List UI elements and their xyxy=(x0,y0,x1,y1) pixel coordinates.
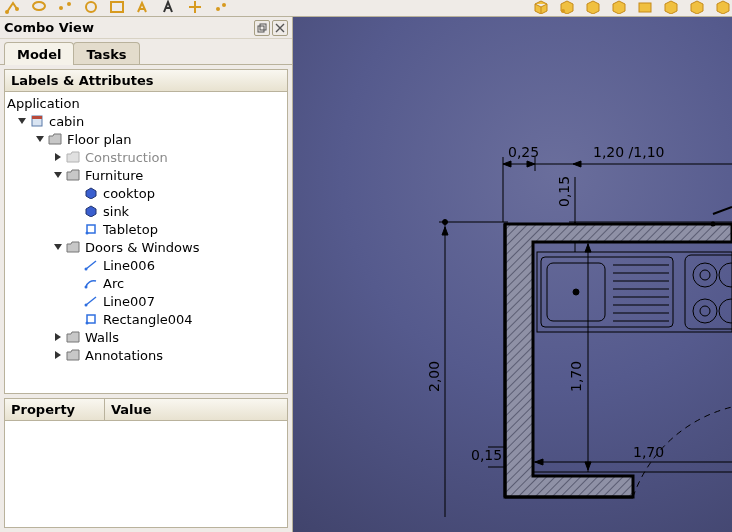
tool-box-icon-3[interactable] xyxy=(584,0,602,14)
svg-rect-9 xyxy=(639,3,651,12)
svg-point-8 xyxy=(561,9,565,13)
svg-rect-13 xyxy=(32,116,42,119)
tree-line006[interactable]: Line006 xyxy=(5,256,287,274)
property-header: Property Value xyxy=(5,399,287,421)
tool-text-icon[interactable] xyxy=(160,0,178,14)
3d-viewport[interactable]: 0,25 1,20 /1,10 0,15 xyxy=(293,17,732,532)
tool-box-icon-1[interactable] xyxy=(532,0,550,14)
tree-label: Rectangle004 xyxy=(103,312,193,327)
svg-rect-21 xyxy=(87,315,95,323)
svg-line-19 xyxy=(86,297,96,305)
tree-walls[interactable]: Walls xyxy=(5,328,287,346)
svg-point-4 xyxy=(67,2,71,6)
tool-icon-1[interactable] xyxy=(4,0,22,14)
tool-icon-8[interactable] xyxy=(186,0,204,14)
twisty-closed-icon[interactable] xyxy=(51,150,65,164)
floorplan-drawing: 0,25 1,20 /1,10 0,15 xyxy=(293,17,732,532)
tree-sink[interactable]: sink xyxy=(5,202,287,220)
solid-icon xyxy=(83,185,99,201)
main-toolbar xyxy=(0,0,732,17)
tool-icon-5[interactable] xyxy=(108,0,126,14)
tree-doc-cabin[interactable]: cabin xyxy=(5,112,287,130)
property-col-property[interactable]: Property xyxy=(5,399,105,420)
tree-tabletop[interactable]: Tabletop xyxy=(5,220,287,238)
dim-top-left: 0,25 xyxy=(508,144,539,160)
tree-application[interactable]: Application xyxy=(5,94,287,112)
property-panel: Property Value xyxy=(4,398,288,528)
solid-icon xyxy=(83,203,99,219)
tree-label: Tabletop xyxy=(103,222,158,237)
dock-header: Combo View xyxy=(0,17,292,39)
tree-label: Arc xyxy=(103,276,124,291)
tool-box-icon-4[interactable] xyxy=(610,0,628,14)
draft-icon xyxy=(83,221,99,237)
dock-close-button[interactable] xyxy=(272,20,288,36)
tree-arc[interactable]: Arc xyxy=(5,274,287,292)
tree-label: Floor plan xyxy=(67,132,132,147)
tool-icon-4[interactable] xyxy=(82,0,100,14)
tree-construction[interactable]: Construction xyxy=(5,148,287,166)
dim-bottom-horiz: 1,70 xyxy=(633,444,664,460)
tree-annotations[interactable]: Annotations xyxy=(5,346,287,364)
svg-point-15 xyxy=(86,232,89,235)
tree-furniture[interactable]: Furniture xyxy=(5,166,287,184)
tree-doors-windows[interactable]: Doors & Windows xyxy=(5,238,287,256)
tool-icon-6[interactable] xyxy=(134,0,152,14)
twisty-open-icon[interactable] xyxy=(51,168,65,182)
tree-label: Furniture xyxy=(85,168,143,183)
svg-point-3 xyxy=(59,6,63,10)
twisty-open-icon[interactable] xyxy=(51,240,65,254)
combo-view-panel: Combo View Model Tasks Labels & Attribut… xyxy=(0,17,293,532)
tool-box-icon-5[interactable] xyxy=(636,0,654,14)
svg-point-22 xyxy=(86,322,89,325)
svg-rect-10 xyxy=(258,26,264,32)
svg-line-16 xyxy=(86,261,96,269)
draft-icon xyxy=(83,311,99,327)
svg-rect-56 xyxy=(685,255,732,329)
property-col-value[interactable]: Value xyxy=(105,399,287,420)
svg-rect-45 xyxy=(541,257,673,327)
tool-box-icon-7[interactable] xyxy=(688,0,706,14)
svg-point-60 xyxy=(693,299,717,323)
tool-box-icon-8[interactable] xyxy=(714,0,732,14)
folder-icon xyxy=(65,329,81,345)
svg-point-18 xyxy=(85,286,88,289)
svg-point-1 xyxy=(15,7,19,11)
svg-point-33 xyxy=(443,220,448,225)
dim-left-outer: 2,00 xyxy=(426,361,442,392)
svg-point-61 xyxy=(700,306,710,316)
svg-point-5 xyxy=(86,2,96,12)
folder-icon xyxy=(47,131,63,147)
tab-tasks[interactable]: Tasks xyxy=(73,42,139,65)
twisty-open-icon[interactable] xyxy=(33,132,47,146)
twisty-closed-icon[interactable] xyxy=(51,348,65,362)
dock-float-button[interactable] xyxy=(254,20,270,36)
svg-point-7 xyxy=(222,3,226,7)
folder-icon xyxy=(65,167,81,183)
dim-mid-vert: 1,70 xyxy=(568,361,584,392)
svg-rect-44 xyxy=(537,252,732,332)
twisty-open-icon[interactable] xyxy=(15,114,29,128)
tool-icon-9[interactable] xyxy=(212,0,230,14)
tool-box-icon-6[interactable] xyxy=(662,0,680,14)
tree-header: Labels & Attributes xyxy=(5,70,287,92)
tool-box-icon-2[interactable] xyxy=(558,0,576,14)
tree-label: sink xyxy=(103,204,129,219)
tree-line007[interactable]: Line007 xyxy=(5,292,287,310)
tree-cooktop[interactable]: cooktop xyxy=(5,184,287,202)
twisty-closed-icon[interactable] xyxy=(51,330,65,344)
tool-icon-2[interactable] xyxy=(30,0,48,14)
tab-model[interactable]: Model xyxy=(4,42,74,65)
svg-line-64 xyxy=(713,207,732,214)
folder-icon xyxy=(65,239,81,255)
tree-label: cabin xyxy=(49,114,84,129)
svg-point-58 xyxy=(700,270,710,280)
tree-body[interactable]: Application cabin Floor plan xyxy=(5,92,287,393)
tree-label: Construction xyxy=(85,150,168,165)
svg-point-2 xyxy=(33,2,45,10)
tree-floorplan[interactable]: Floor plan xyxy=(5,130,287,148)
tool-icon-3[interactable] xyxy=(56,0,74,14)
folder-icon xyxy=(65,347,81,363)
tree-rectangle004[interactable]: Rectangle004 xyxy=(5,310,287,328)
property-body[interactable] xyxy=(5,421,287,527)
